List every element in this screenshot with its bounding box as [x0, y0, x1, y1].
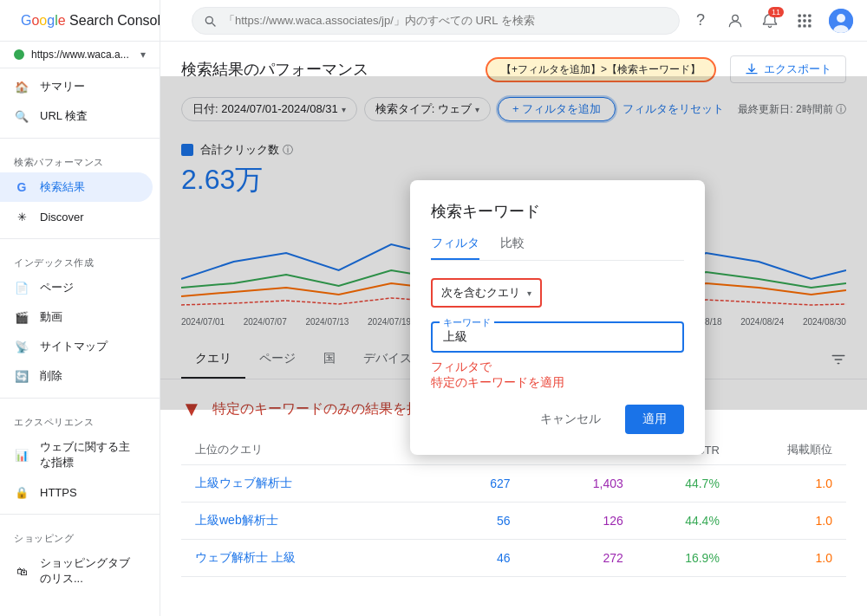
impressions-value: 272	[603, 551, 623, 565]
removals-icon: 🔄	[14, 368, 29, 384]
apps-button[interactable]	[794, 10, 815, 31]
top-bar-right: ? 11	[690, 9, 853, 33]
keyword-input[interactable]	[443, 330, 672, 344]
chart-section: 合計クリック数 ⓘ 2.63万	[160, 128, 867, 340]
shopping-icon: 🛍	[14, 563, 29, 579]
sidebar-main-section: 🏠 サマリー 🔍 URL 検査	[0, 68, 160, 134]
table-row: ウェブ解析士 上級 46 272 16.9% 1.0	[181, 540, 846, 577]
keyword-input-label: キーワード	[440, 316, 494, 329]
modal-annotation: フィルタで 特定のキーワードを適用	[431, 360, 684, 391]
video-icon: 🎬	[14, 309, 29, 325]
search-input[interactable]	[224, 14, 668, 27]
sidebar-item-removals[interactable]: 🔄 削除	[0, 361, 153, 391]
sidebar-item-summary[interactable]: 🏠 サマリー	[0, 72, 153, 101]
keyword-input-wrapper: キーワード	[431, 321, 684, 353]
sidebar-item-label: HTTPS	[40, 486, 77, 499]
sidebar-item-https[interactable]: 🔒 HTTPS	[0, 477, 153, 507]
sidebar-item-pages[interactable]: 📄 ページ	[0, 273, 153, 302]
table-row: 上級web解析士 56 126 44.4% 1.0	[181, 503, 846, 540]
modal-tabs: フィルタ 比較	[431, 236, 684, 261]
property-status-dot	[14, 49, 24, 60]
modal-tab-compare[interactable]: 比較	[500, 236, 525, 260]
modal-actions: キャンセル 適用	[431, 405, 684, 434]
query-link[interactable]: 上級ウェブ解析士	[195, 476, 292, 490]
help-button[interactable]: ?	[690, 10, 711, 31]
ctr-cell: 44.7%	[637, 465, 733, 503]
sidebar-section-title-index: インデックス作成	[0, 246, 160, 273]
position-value: 1.0	[816, 477, 832, 490]
sidebar-section-index: インデックス作成 📄 ページ 🎬 動画 📡 サイトマップ 🔄 削除	[0, 243, 160, 394]
sidebar-item-core-web[interactable]: 📊 ウェブに関する主な指標	[0, 432, 153, 477]
filter-type-chevron-icon: ▾	[527, 289, 531, 298]
position-value: 1.0	[816, 551, 832, 565]
notifications-button[interactable]: 11	[759, 10, 780, 31]
apply-button[interactable]: 適用	[625, 405, 684, 434]
sidebar-divider-4	[0, 514, 160, 515]
th-position[interactable]: 掲載順位	[733, 435, 846, 465]
sidebar-item-videos[interactable]: 🎬 動画	[0, 302, 153, 332]
svg-rect-4	[799, 19, 801, 22]
avatar-image	[829, 9, 853, 33]
search-icon-topbar	[203, 14, 217, 28]
clicks-cell: 627	[380, 465, 525, 503]
users-button[interactable]	[725, 10, 746, 31]
sidebar-item-label: Discover	[40, 211, 84, 224]
modal-tab-filter[interactable]: フィルタ	[431, 236, 479, 260]
ctr-cell: 16.9%	[637, 540, 733, 577]
discover-icon: ✳	[14, 209, 29, 224]
svg-rect-3	[808, 14, 811, 16]
pages-icon: 📄	[14, 280, 29, 295]
core-web-icon: 📊	[14, 447, 29, 463]
sidebar-item-label: ショッピングタブのリス...	[40, 555, 139, 587]
query-cell: 上級ウェブ解析士	[181, 465, 380, 503]
svg-rect-6	[808, 19, 811, 22]
query-link[interactable]: 上級web解析士	[195, 513, 278, 527]
svg-rect-7	[799, 24, 801, 27]
filter-type-label: 次を含むクエリ	[441, 285, 520, 301]
impressions-value: 126	[603, 514, 623, 528]
sidebar-item-label: 動画	[40, 309, 62, 325]
svg-rect-8	[803, 24, 805, 27]
svg-rect-1	[799, 14, 801, 16]
top-bar: Google Google Search Console Search Cons…	[0, 0, 160, 42]
sidebar-item-shopping[interactable]: 🛍 ショッピングタブのリス...	[0, 548, 153, 593]
sidebar-item-label: ウェブに関する主な指標	[40, 439, 139, 470]
sidebar-divider-3	[0, 398, 160, 399]
sidebar-section-title-shop: ショッピング	[0, 522, 160, 548]
position-cell: 1.0	[733, 465, 846, 503]
sidebar-section-shopping: ショッピング 🛍 ショッピングタブのリス...	[0, 518, 160, 597]
sidebar-item-url-check[interactable]: 🔍 URL 検査	[0, 101, 153, 131]
search-icon: 🔍	[14, 108, 29, 124]
sidebar-item-sitemaps[interactable]: 📡 サイトマップ	[0, 332, 153, 361]
notification-badge: 11	[768, 7, 784, 17]
svg-point-0	[733, 15, 739, 21]
sidebar-item-label: URL 検査	[40, 108, 88, 124]
modal-overlay: 検索キーワード フィルタ 比較 次を含むクエリ ▾ キーワード	[160, 76, 867, 410]
sidebar-item-discover[interactable]: ✳ Discover	[0, 202, 153, 231]
search-bar[interactable]	[192, 7, 680, 35]
sidebar-divider	[0, 138, 160, 139]
query-link[interactable]: ウェブ解析士 上級	[195, 550, 296, 564]
apps-icon	[796, 12, 813, 29]
clicks-cell: 46	[380, 540, 525, 577]
ctr-value: 44.4%	[685, 514, 720, 528]
query-cell: ウェブ解析士 上級	[181, 540, 380, 577]
clicks-value: 46	[497, 551, 511, 565]
svg-rect-5	[803, 19, 805, 22]
filter-type-select[interactable]: 次を含むクエリ ▾	[431, 278, 542, 308]
sidebar-item-label: 検索結果	[40, 179, 85, 195]
ctr-value: 16.9%	[685, 551, 720, 565]
sidebar-item-label: サマリー	[40, 79, 85, 94]
cancel-button[interactable]: キャンセル	[526, 405, 615, 434]
svg-rect-9	[808, 24, 811, 27]
property-selector[interactable]: https://www.waca.a... ▾	[0, 42, 160, 68]
sidebar-item-search-results[interactable]: G 検索結果	[0, 172, 153, 202]
impressions-cell: 126	[525, 503, 637, 540]
users-icon	[727, 12, 744, 29]
avatar[interactable]	[829, 9, 853, 33]
sidebar-section-experience: エクスペリエンス 📊 ウェブに関する主な指標 🔒 HTTPS	[0, 402, 160, 510]
property-chevron-icon: ▾	[140, 49, 146, 61]
google-g-icon: G	[14, 179, 29, 195]
queries-table: 上位のクエリ ↓クリック数 表示回数 CTR 掲載順位 上級ウェブ解析士 627…	[181, 435, 846, 577]
svg-rect-2	[803, 14, 805, 16]
